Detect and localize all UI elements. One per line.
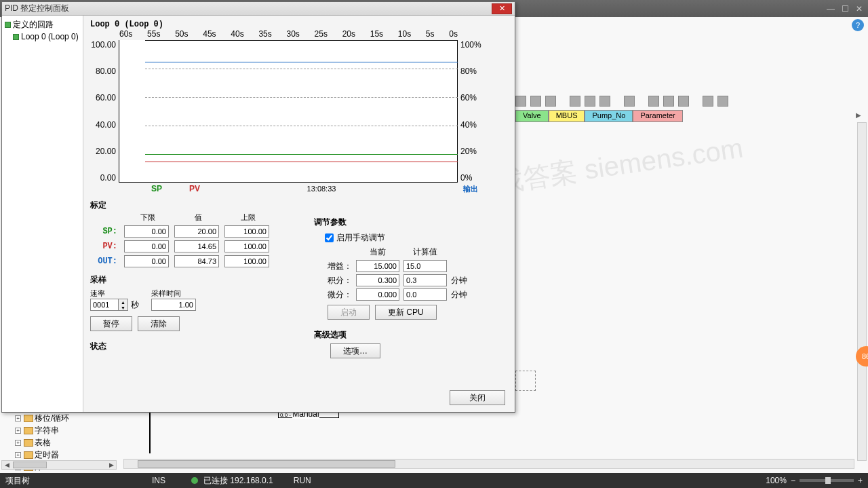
pause-button[interactable]: 暂停 xyxy=(90,316,132,331)
sample-time-input[interactable] xyxy=(151,299,196,311)
expand-icon[interactable]: + xyxy=(15,428,21,434)
calib-hdr-val: 值 xyxy=(174,212,222,223)
tool-icon[interactable] xyxy=(663,96,674,107)
dashed-placeholder xyxy=(515,371,536,391)
status-dot-icon xyxy=(191,477,198,484)
tuning-label: 调节参数 xyxy=(314,217,497,228)
tab-mbus[interactable]: MBUS xyxy=(549,110,585,122)
bg-window-controls: — ☐ ✕ xyxy=(827,4,863,14)
legend-out: 输出 xyxy=(463,184,478,194)
tree-item[interactable]: +移位/循环 xyxy=(3,413,115,425)
advanced-label: 高级选项 xyxy=(314,329,497,341)
legend-sp: SP xyxy=(151,184,162,193)
close-icon[interactable]: ✕ xyxy=(856,4,863,14)
calib-out-val[interactable] xyxy=(174,255,219,267)
tree-item[interactable]: +表格 xyxy=(3,437,115,449)
calib-hdr-low: 下限 xyxy=(124,212,172,223)
tab-valve[interactable]: Valve xyxy=(515,110,549,122)
chart-y-left: 100.00 80.00 60.00 40.00 20.00 0.00 xyxy=(90,40,119,183)
enable-manual-label: 启用手动调节 xyxy=(336,232,385,244)
integral-label: 积分： xyxy=(314,275,352,286)
start-button[interactable]: 启动 xyxy=(328,305,370,320)
chart-title: Loop 0 (Loop 0) xyxy=(90,20,508,29)
maximize-icon[interactable]: ☐ xyxy=(842,4,849,14)
tab-pump[interactable]: Pump_No xyxy=(585,110,633,122)
calib-sp-val[interactable] xyxy=(174,225,219,238)
options-button[interactable]: 选项… xyxy=(330,343,380,358)
expand-icon[interactable]: + xyxy=(15,415,21,421)
tool-icon[interactable] xyxy=(678,96,689,107)
chart-series-sp xyxy=(145,154,458,155)
tool-icon[interactable] xyxy=(703,96,713,107)
enable-manual-checkbox[interactable] xyxy=(325,233,334,242)
gain-calc[interactable] xyxy=(403,260,447,272)
dialog-titlebar[interactable]: PID 整定控制面板 ✕ xyxy=(2,2,515,16)
zoom-out-icon[interactable]: − xyxy=(791,476,795,485)
spin-down-icon[interactable]: ▼ xyxy=(119,305,127,310)
calib-out-label: OUT: xyxy=(90,257,121,266)
status-zoom: 100% xyxy=(766,476,787,485)
calib-pv-high[interactable] xyxy=(224,240,269,252)
tool-icon[interactable] xyxy=(648,96,659,107)
chart-y-right: 100% 80% 60% 40% 20% 0% xyxy=(458,40,486,183)
minimize-icon[interactable]: — xyxy=(827,4,835,14)
tool-icon[interactable] xyxy=(515,96,526,107)
status-project-tree: 项目树 xyxy=(5,475,30,487)
gain-current[interactable] xyxy=(356,260,399,272)
pid-tuning-dialog: PID 整定控制面板 ✕ 定义的回路 Loop 0 (Loop 0) Loop … xyxy=(1,1,515,413)
spin-up-icon[interactable]: ▲ xyxy=(119,299,127,305)
rate-spinner[interactable]: ▲▼ xyxy=(119,299,128,311)
calib-pv-val[interactable] xyxy=(174,240,219,252)
calib-pv-low[interactable] xyxy=(124,240,169,252)
expand-icon[interactable]: + xyxy=(15,452,21,458)
calib-out-low[interactable] xyxy=(124,255,169,267)
tool-icon[interactable] xyxy=(717,96,728,107)
chart-series-pv xyxy=(145,162,458,162)
calib-pv-label: PV: xyxy=(90,242,121,251)
calib-sp-label: SP: xyxy=(90,227,121,236)
tool-icon[interactable] xyxy=(530,96,541,107)
calib-hdr-high: 上限 xyxy=(224,212,272,223)
scroll-left-icon[interactable]: ◀ xyxy=(2,461,12,469)
status-run: RUN xyxy=(294,476,311,485)
calib-sp-high[interactable] xyxy=(224,225,269,238)
chart-plot: 60s55s50s45s40s35s30s25s20s15s10s5s0s xyxy=(119,40,458,183)
help-icon[interactable]: ? xyxy=(852,19,864,31)
rate-label: 速率 xyxy=(90,288,139,299)
scroll-right-icon[interactable]: ▶ xyxy=(106,461,116,469)
calib-out-high[interactable] xyxy=(224,255,269,267)
deriv-calc[interactable] xyxy=(403,288,447,301)
scroll-thumb[interactable] xyxy=(13,462,47,468)
scroll-thumb[interactable] xyxy=(138,460,395,468)
integral-current[interactable] xyxy=(356,274,399,286)
zoom-in-icon[interactable]: + xyxy=(858,476,863,485)
rate-input[interactable] xyxy=(90,299,119,311)
tree-h-scrollbar[interactable]: ◀ ▶ xyxy=(1,460,117,470)
tool-icon[interactable] xyxy=(599,96,610,107)
status-bar: 项目树 INS 已连接 192.168.0.1 RUN 100% − + xyxy=(0,473,868,488)
clear-button[interactable]: 清除 xyxy=(138,316,180,331)
deriv-current[interactable] xyxy=(356,288,399,301)
tool-icon[interactable] xyxy=(545,96,556,107)
tool-icon[interactable] xyxy=(624,96,635,107)
update-cpu-button[interactable]: 更新 CPU xyxy=(375,305,437,320)
tree-root[interactable]: 定义的回路 xyxy=(3,18,81,31)
tool-icon[interactable] xyxy=(585,96,595,107)
zoom-slider[interactable] xyxy=(800,479,854,482)
gain-label: 增益： xyxy=(314,261,352,272)
deriv-label: 微分： xyxy=(314,289,352,301)
integral-calc[interactable] xyxy=(403,274,447,286)
dialog-main: Loop 0 (Loop 0) 100.00 80.00 60.00 40.00… xyxy=(83,16,515,412)
tab-scroll-right-icon[interactable]: ▶ xyxy=(854,110,863,122)
calib-sp-low[interactable] xyxy=(124,225,169,238)
tree-item[interactable]: +字符串 xyxy=(3,425,115,437)
close-button[interactable]: 关闭 xyxy=(450,390,505,405)
tab-parameter[interactable]: Parameter xyxy=(633,110,682,122)
bg-vertical-scrollbar[interactable] xyxy=(857,122,867,461)
tree-loop0[interactable]: Loop 0 (Loop 0) xyxy=(3,31,81,42)
expand-icon[interactable]: + xyxy=(15,440,21,446)
tool-icon[interactable] xyxy=(570,96,580,107)
main-h-scrollbar[interactable] xyxy=(123,459,854,469)
bg-tabs: Valve MBUS Pump_No Parameter ▶ xyxy=(515,110,863,122)
dialog-close-button[interactable]: ✕ xyxy=(492,3,512,14)
